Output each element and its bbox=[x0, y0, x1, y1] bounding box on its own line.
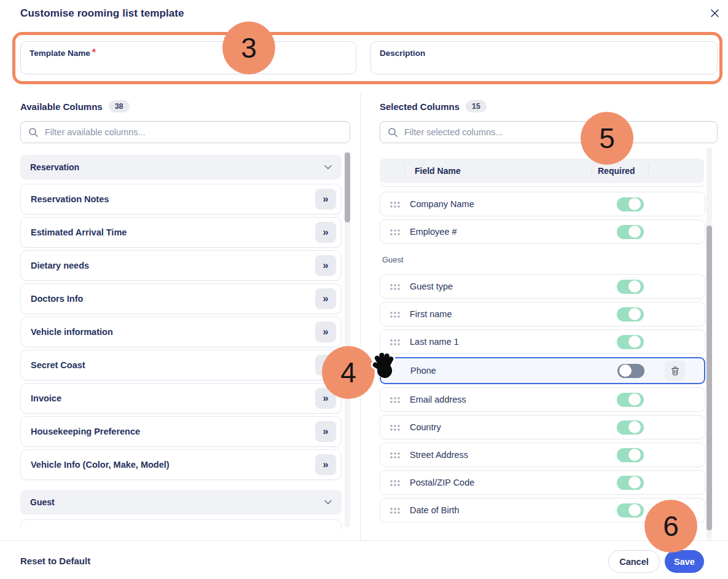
selected-row-label: First name bbox=[410, 309, 452, 319]
available-column-item[interactable]: Vehicle information » bbox=[20, 317, 342, 347]
selected-column-row[interactable]: Country bbox=[380, 415, 705, 439]
available-column-item[interactable]: Estimated Arrival Time » bbox=[20, 217, 342, 248]
selected-count-badge: 15 bbox=[466, 100, 487, 112]
selected-row-label: Country bbox=[410, 422, 441, 432]
available-item-label: Vehicle information bbox=[31, 327, 113, 337]
available-item-label: Doctors Info bbox=[31, 294, 83, 304]
selected-column-row[interactable]: Street Address bbox=[380, 443, 705, 467]
chevron-down-icon bbox=[324, 165, 332, 170]
selected-column-row[interactable]: Company Name bbox=[380, 192, 705, 216]
selected-row-label: Guest type bbox=[410, 282, 453, 291]
selected-column-row[interactable]: Postal/ZIP Code bbox=[380, 470, 705, 495]
available-filter-input[interactable] bbox=[44, 127, 342, 138]
selected-row-label: Company Name bbox=[410, 199, 474, 209]
available-column-item[interactable]: Housekeeping Preference » bbox=[20, 416, 342, 447]
required-toggle[interactable] bbox=[617, 280, 644, 294]
required-toggle[interactable] bbox=[617, 393, 644, 407]
drag-handle-icon[interactable] bbox=[389, 339, 401, 345]
move-right-button[interactable] bbox=[315, 524, 336, 529]
required-toggle[interactable] bbox=[617, 364, 644, 378]
required-toggle[interactable] bbox=[617, 503, 644, 518]
required-toggle[interactable] bbox=[617, 420, 644, 435]
delete-row-button[interactable] bbox=[665, 361, 685, 381]
drag-handle-icon[interactable] bbox=[389, 479, 401, 486]
selected-row-label: Date of Birth bbox=[410, 505, 460, 515]
selected-column-row[interactable]: Phone bbox=[380, 357, 705, 384]
available-columns-title: Available Columns bbox=[20, 101, 103, 112]
required-toggle[interactable] bbox=[617, 448, 644, 462]
selected-rows-region: Company Name Employee # Guest Guest type… bbox=[380, 183, 705, 529]
drag-handle-icon[interactable] bbox=[389, 201, 401, 208]
move-right-button[interactable]: » bbox=[315, 421, 336, 442]
cancel-button[interactable]: Cancel bbox=[608, 550, 660, 573]
move-right-button[interactable]: » bbox=[315, 454, 336, 475]
move-right-button[interactable]: » bbox=[315, 189, 336, 210]
close-icon[interactable] bbox=[706, 5, 722, 21]
selected-row-label: Street Address bbox=[410, 450, 468, 460]
column-group-header[interactable]: Guest bbox=[20, 490, 342, 514]
drag-handle-icon[interactable] bbox=[389, 311, 401, 318]
available-item-label: Vehicle Info (Color, Make, Model) bbox=[31, 460, 170, 470]
drag-handle-icon[interactable] bbox=[389, 396, 401, 403]
available-item-label: Dietary needs bbox=[31, 261, 89, 270]
selected-table-header: Field Name Required bbox=[380, 159, 704, 183]
available-item-label: Secret Coast bbox=[31, 360, 85, 370]
page-title: Customise rooming list template bbox=[20, 7, 184, 20]
required-header: Required bbox=[592, 163, 648, 178]
drag-handle-icon[interactable] bbox=[389, 283, 401, 290]
selected-list-scrollbar[interactable] bbox=[706, 148, 712, 540]
required-toggle[interactable] bbox=[617, 225, 644, 239]
available-column-item[interactable]: Invoice » bbox=[20, 383, 342, 414]
available-columns-header: Available Columns 38 bbox=[20, 100, 130, 112]
available-item-label: Estimated Arrival Time bbox=[31, 227, 127, 237]
chevron-down-icon bbox=[324, 500, 332, 505]
available-column-item[interactable]: Reservation Notes » bbox=[20, 184, 342, 215]
selected-column-row[interactable]: Employee # bbox=[380, 219, 705, 244]
available-column-item[interactable]: Secret Coast » bbox=[20, 350, 342, 380]
available-column-item[interactable]: Dietary needs » bbox=[20, 250, 342, 281]
selected-column-row[interactable] bbox=[380, 183, 705, 187]
panel-divider bbox=[360, 92, 361, 540]
required-toggle[interactable] bbox=[617, 307, 644, 321]
required-toggle[interactable] bbox=[617, 335, 644, 349]
selected-row-label: Last name 1 bbox=[410, 337, 459, 347]
selected-column-row[interactable]: Last name 1 bbox=[380, 329, 705, 354]
drag-handle-icon[interactable] bbox=[389, 507, 401, 514]
search-icon bbox=[388, 127, 397, 137]
template-name-field[interactable]: Template Name* bbox=[20, 41, 356, 74]
save-button[interactable]: Save bbox=[665, 550, 704, 573]
drag-handle-icon[interactable] bbox=[389, 452, 401, 459]
selected-filter-input[interactable] bbox=[403, 127, 710, 138]
available-list-scrollbar[interactable] bbox=[345, 151, 350, 527]
reset-to-default-link[interactable]: Reset to Default bbox=[20, 556, 90, 566]
available-count-badge: 38 bbox=[109, 100, 130, 112]
available-item-label: Housekeeping Preference bbox=[31, 427, 140, 436]
available-filter[interactable] bbox=[20, 121, 350, 143]
group-label: Reservation bbox=[30, 162, 79, 172]
selected-columns-title: Selected Columns bbox=[380, 101, 460, 112]
drag-handle-icon[interactable] bbox=[389, 424, 401, 431]
template-name-label: Template Name bbox=[29, 49, 90, 58]
trash-icon bbox=[671, 366, 679, 376]
move-right-button[interactable]: » bbox=[315, 255, 336, 276]
available-column-item[interactable]: Doctors Info » bbox=[20, 283, 342, 314]
move-right-button[interactable]: » bbox=[315, 321, 336, 342]
move-right-button[interactable]: » bbox=[315, 222, 336, 243]
required-toggle[interactable] bbox=[617, 476, 644, 490]
selected-filter[interactable] bbox=[380, 121, 718, 143]
selected-row-label: Email address bbox=[410, 395, 466, 404]
drag-column-header bbox=[380, 163, 404, 178]
move-right-button[interactable]: » bbox=[315, 288, 336, 309]
selected-columns-header: Selected Columns 15 bbox=[380, 100, 487, 112]
drag-handle-icon[interactable] bbox=[389, 229, 401, 235]
selected-column-row[interactable]: First name bbox=[380, 302, 705, 326]
description-label: Description bbox=[380, 49, 425, 58]
column-group-header[interactable]: Reservation bbox=[20, 155, 342, 179]
selected-column-row[interactable]: Email address bbox=[380, 387, 705, 412]
description-field[interactable]: Description bbox=[370, 41, 718, 74]
available-column-item[interactable]: Vehicle Info (Color, Make, Model) » bbox=[20, 449, 342, 480]
required-toggle[interactable] bbox=[617, 197, 644, 211]
actions-column-header bbox=[648, 163, 704, 178]
available-column-item[interactable] bbox=[20, 519, 342, 529]
selected-column-row[interactable]: Guest type bbox=[380, 274, 705, 299]
